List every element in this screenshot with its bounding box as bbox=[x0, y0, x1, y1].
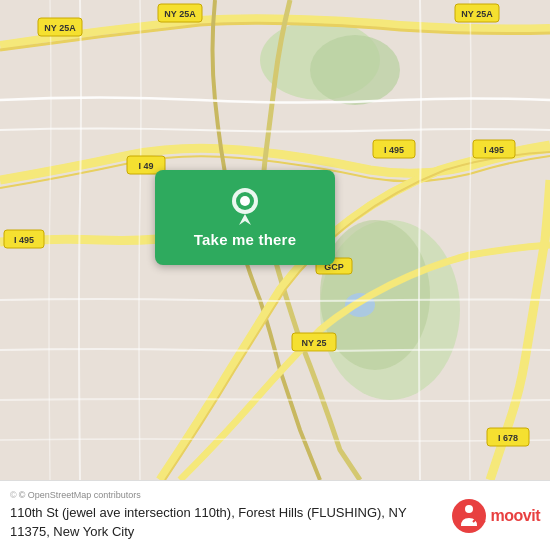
svg-text:I 495: I 495 bbox=[484, 145, 504, 155]
credit-text: © OpenStreetMap contributors bbox=[19, 490, 141, 500]
moovit-brand-text: moovit bbox=[491, 507, 540, 525]
location-text: 110th St (jewel ave intersection 110th),… bbox=[10, 504, 441, 540]
svg-point-2 bbox=[310, 35, 400, 105]
svg-text:NY 25A: NY 25A bbox=[164, 9, 196, 19]
openstreetmap-credit: © © OpenStreetMap contributors bbox=[10, 490, 441, 500]
svg-text:NY 25A: NY 25A bbox=[44, 23, 76, 33]
svg-point-28 bbox=[240, 196, 250, 206]
svg-point-30 bbox=[465, 505, 473, 513]
footer: © © OpenStreetMap contributors 110th St … bbox=[0, 480, 550, 550]
moovit-logo: moovit bbox=[451, 498, 540, 534]
button-label: Take me there bbox=[194, 231, 296, 248]
svg-text:NY 25A: NY 25A bbox=[461, 9, 493, 19]
svg-text:NY 25: NY 25 bbox=[302, 338, 327, 348]
svg-text:I 678: I 678 bbox=[498, 433, 518, 443]
take-me-there-button[interactable]: Take me there bbox=[155, 170, 335, 265]
location-pin-icon bbox=[229, 187, 261, 225]
copyright-symbol: © bbox=[10, 490, 17, 500]
svg-point-29 bbox=[452, 499, 486, 533]
footer-text-block: © © OpenStreetMap contributors 110th St … bbox=[10, 490, 451, 540]
map-container: NY 25A NY 25A NY 25A I 49 I 495 I 495 I … bbox=[0, 0, 550, 480]
moovit-icon bbox=[451, 498, 487, 534]
svg-text:I 495: I 495 bbox=[384, 145, 404, 155]
svg-text:I 49: I 49 bbox=[138, 161, 153, 171]
svg-text:I 495: I 495 bbox=[14, 235, 34, 245]
